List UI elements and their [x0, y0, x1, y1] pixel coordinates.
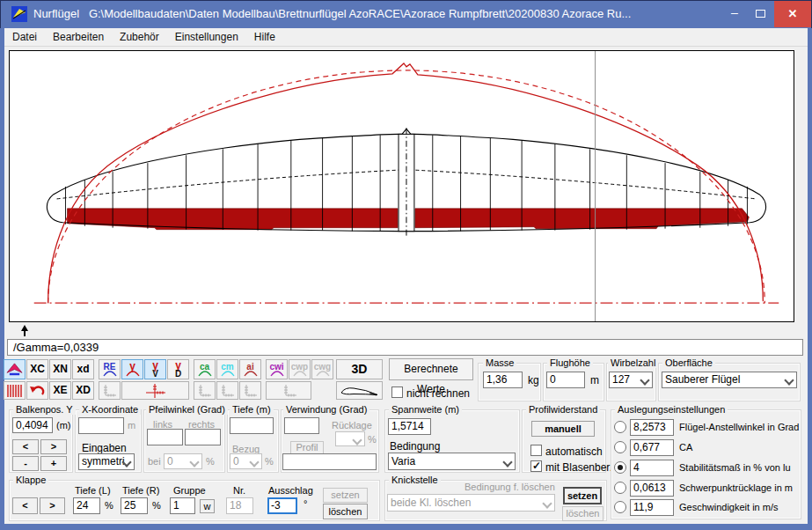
gamma-v-button[interactable]: γ V	[144, 359, 166, 379]
curve-icon	[126, 371, 140, 377]
ausschlag-field[interactable]: -3	[267, 497, 297, 514]
xn-button[interactable]: XN	[49, 359, 71, 379]
anstellwinkel-label: Flügel-Anstellwinkel in Grad	[679, 422, 799, 432]
minimize-button[interactable]: –	[721, 0, 748, 27]
klappe-prev-button[interactable]: <	[12, 497, 38, 514]
xc-button[interactable]: XC	[26, 359, 48, 379]
axis-scale-icon	[219, 384, 236, 398]
minimize-icon: –	[731, 5, 738, 19]
curve-icon	[293, 371, 307, 377]
ausschlag-label: Ausschlag	[268, 485, 313, 496]
cwp-plot-button: cwp	[289, 359, 311, 379]
klappe-loeschen-button[interactable]: löschen	[323, 504, 368, 519]
w-button[interactable]: w	[200, 499, 215, 513]
balkenpos-minus-button[interactable]: -	[12, 456, 39, 471]
auslegung-radio-0[interactable]	[614, 421, 626, 433]
rib-lines-icon	[6, 384, 23, 398]
xd-small-button[interactable]: xd	[72, 359, 94, 379]
ca-field[interactable]: 0,677	[630, 439, 674, 456]
schwerpunkt-field[interactable]: 0,0613	[630, 480, 674, 497]
balkenpos-prev-button[interactable]: <	[12, 439, 39, 454]
menu-item-hilfe[interactable]: Hilfe	[246, 28, 283, 46]
automatisch-checkbox[interactable]	[530, 445, 542, 456]
verwindung-field[interactable]	[284, 417, 319, 434]
xkoordinate-field[interactable]	[78, 417, 124, 434]
auslegung-radio-3[interactable]	[614, 482, 626, 494]
close-button[interactable]: ✕	[774, 1, 811, 27]
automatisch-label: automatisch	[545, 445, 603, 458]
profil-field[interactable]	[282, 453, 377, 470]
flughoehe-field[interactable]: 0	[546, 372, 585, 388]
nurfluegel-window: { "window": { "app_name": "Nurflügel", "…	[0, 0, 812, 530]
auslegung-label: Auslegungseinstellungen	[615, 404, 728, 415]
gamma-plot-button[interactable]: γ	[121, 359, 143, 379]
stabilitaet-field[interactable]: 4	[630, 460, 674, 476]
eingaben-combo[interactable]: symmetri	[78, 453, 135, 470]
three-d-view-button[interactable]: 3D	[336, 359, 383, 379]
gamma-status-field[interactable]: /Gamma=0,0339	[7, 339, 803, 356]
berechnete-werte-button[interactable]: Berechnete Werte	[389, 358, 473, 380]
geschwindigkeit-field[interactable]: 11,9	[630, 499, 674, 516]
gamma-d-button[interactable]: γ D	[167, 359, 189, 379]
masse-field[interactable]: 1,36	[483, 372, 523, 388]
oberflaeche-combo[interactable]: Sauberer Flügel	[662, 372, 797, 388]
tiefe-l-field[interactable]: 24	[73, 497, 100, 514]
balkenpos-plus-button[interactable]: +	[40, 456, 67, 471]
ca-plot-button[interactable]: ca	[194, 359, 216, 379]
anstellwinkel-field[interactable]: 8,2573	[630, 419, 674, 436]
nicht-rechnen-label: nicht rechnen	[406, 387, 470, 400]
xd-cap-button[interactable]: XD	[72, 381, 94, 400]
nicht-rechnen-checkbox[interactable]	[391, 386, 403, 398]
menu-item-zubehoer[interactable]: Zubehör	[112, 28, 167, 46]
undo-arrow-icon	[29, 384, 46, 397]
bedingung-loeschen-label: Bedingung f. löschen	[465, 482, 555, 492]
airfoil-view-button[interactable]	[336, 381, 383, 400]
tiefe-field[interactable]	[230, 417, 274, 434]
blasenber-checkbox[interactable]	[530, 460, 542, 472]
undo-button[interactable]	[26, 381, 48, 400]
klappe-label: Klappe	[13, 475, 48, 485]
title-bar[interactable]: Nurflügel G:\Modellbaudaten\Daten Modell…	[0, 0, 812, 28]
spannweite-field[interactable]: 1,5714	[388, 418, 431, 435]
klappe-next-button[interactable]: >	[40, 497, 65, 514]
gruppe-field[interactable]: 1	[170, 497, 195, 514]
ca-label: CA	[679, 442, 692, 453]
tiefe-r-percent: %	[152, 500, 161, 511]
tiefe-r-field[interactable]: 25	[121, 497, 148, 514]
cm-plot-button[interactable]: cm	[216, 359, 238, 379]
re-plot-button[interactable]: RE	[99, 359, 121, 379]
menu-item-einstellungen[interactable]: Einstellungen	[167, 28, 246, 46]
manuell-button[interactable]: manuell	[531, 421, 595, 437]
knick-combo: beide Kl. löschen	[387, 494, 555, 512]
auslegung-radio-1[interactable]	[614, 441, 626, 453]
masse-label: Masse	[483, 357, 516, 368]
planform-drawing	[10, 51, 794, 321]
auslegung-radio-2[interactable]	[614, 461, 626, 474]
wirbelzahl-combo[interactable]: 127	[609, 372, 653, 388]
auslegung-radio-4[interactable]	[614, 501, 626, 513]
balkenpos-next-button[interactable]: >	[40, 439, 67, 454]
maximize-button[interactable]	[748, 0, 774, 27]
axis-scale-button-gamma[interactable]	[121, 381, 189, 400]
cwi-plot-button[interactable]: cwi	[266, 359, 288, 379]
ai-plot-button[interactable]: ai	[239, 359, 261, 379]
menu-item-bearbeiten[interactable]: Bearbeiten	[45, 28, 112, 46]
planform-canvas[interactable]	[9, 50, 794, 322]
wing-view-button[interactable]	[4, 359, 26, 379]
balkenpos-label: Balkenpos. Y	[13, 404, 76, 415]
curve-icon	[316, 371, 330, 377]
pfeilwinkel-links-field[interactable]	[147, 429, 183, 445]
xe-button[interactable]: XE	[49, 381, 71, 400]
knick-setzen-button[interactable]: setzen	[563, 487, 602, 504]
tiefe-l-percent: %	[105, 500, 113, 511]
balkenpos-field[interactable]: 0,4094	[12, 417, 53, 433]
pfeilwinkel-rechts-field[interactable]	[185, 429, 221, 445]
tiefe-bezug-combo: 0	[230, 453, 262, 469]
ausschlag-deg: °	[304, 498, 307, 509]
position-marker-icon[interactable]	[19, 324, 30, 337]
rib-lines-button[interactable]	[4, 381, 26, 400]
bedingung-combo[interactable]: Varia	[388, 453, 516, 470]
airfoil-profile-icon	[340, 384, 380, 398]
nr-field: 18	[226, 497, 253, 514]
menu-item-datei[interactable]: Datei	[4, 28, 45, 46]
